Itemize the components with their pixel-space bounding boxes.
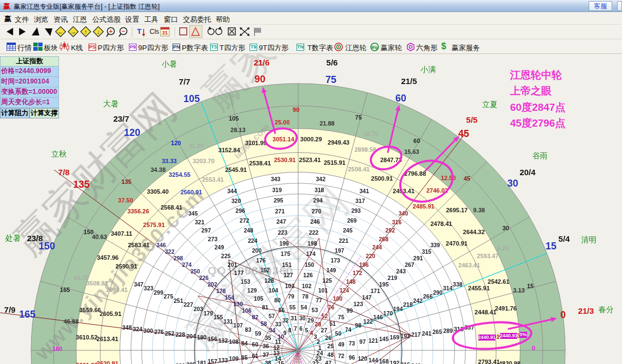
svg-text:25.00: 25.00	[275, 119, 290, 126]
svg-text:179: 179	[204, 310, 214, 317]
svg-text:24: 24	[317, 350, 323, 356]
svg-text:3.13: 3.13	[513, 287, 524, 294]
svg-text:151: 151	[282, 261, 292, 268]
svg-text:2620.91: 2620.91	[97, 360, 119, 364]
svg-text:220: 220	[366, 253, 376, 259]
svg-text:2448.41: 2448.41	[475, 309, 496, 315]
svg-text:6: 6	[299, 325, 303, 332]
svg-text:2695.17: 2695.17	[446, 207, 468, 213]
svg-text:2500.91: 2500.91	[371, 175, 393, 182]
svg-text:2583.41: 2583.41	[128, 242, 150, 248]
svg-text:204: 204	[186, 333, 196, 339]
svg-text:181: 181	[197, 360, 207, 364]
svg-text:205: 205	[186, 361, 196, 364]
svg-text:178: 178	[216, 288, 226, 294]
svg-text:250: 250	[191, 268, 200, 275]
svg-text:202: 202	[208, 281, 217, 288]
svg-text:54: 54	[301, 304, 307, 311]
svg-text:51: 51	[329, 320, 336, 327]
svg-text:2575.91: 2575.91	[143, 222, 165, 228]
svg-text:3508.81: 3508.81	[86, 280, 108, 287]
svg-text:4830.98: 4830.98	[499, 360, 520, 364]
svg-text:146: 146	[374, 314, 383, 320]
svg-text:177: 177	[234, 270, 244, 276]
svg-text:342: 342	[316, 176, 326, 182]
svg-text:82: 82	[252, 314, 258, 320]
svg-text:109: 109	[229, 355, 239, 362]
svg-text:272: 272	[240, 217, 250, 224]
svg-text:33.33: 33.33	[162, 158, 177, 164]
svg-text:18.75: 18.75	[363, 130, 378, 137]
svg-text:26: 26	[325, 335, 331, 341]
svg-text:96: 96	[348, 354, 355, 361]
svg-text:196: 196	[359, 261, 369, 268]
svg-text:218: 218	[403, 301, 413, 308]
svg-text:春分: 春分	[599, 305, 614, 314]
svg-text:173: 173	[330, 257, 340, 264]
svg-text:197: 197	[335, 247, 345, 254]
svg-text:324: 324	[133, 326, 143, 332]
svg-text:290: 290	[433, 289, 443, 296]
svg-text:37.50: 37.50	[118, 197, 133, 204]
svg-text:3559.66: 3559.66	[79, 307, 101, 313]
svg-text:201: 201	[228, 261, 238, 268]
svg-text:4: 4	[310, 330, 313, 336]
svg-text:83: 83	[245, 326, 252, 333]
svg-text:153: 153	[241, 278, 251, 285]
svg-text:清明: 清明	[581, 235, 596, 244]
svg-text:30: 30	[299, 315, 306, 321]
svg-text:105: 105	[254, 295, 264, 302]
svg-text:243: 243	[396, 268, 406, 275]
svg-text:107: 107	[233, 322, 243, 329]
svg-text:立秋: 立秋	[51, 150, 67, 158]
svg-text:↑: ↑	[84, 28, 87, 35]
svg-text:252: 252	[165, 330, 175, 337]
svg-text:58: 58	[260, 320, 267, 327]
svg-text:45: 45	[464, 175, 470, 182]
svg-text:172: 172	[353, 270, 363, 276]
svg-text:2568.41: 2568.41	[161, 204, 182, 211]
svg-text:192: 192	[390, 360, 400, 364]
svg-text:0%: 0%	[519, 332, 526, 337]
svg-text:106: 106	[242, 307, 252, 314]
svg-text:126: 126	[303, 272, 313, 278]
svg-text:322: 322	[165, 248, 175, 255]
svg-text:216: 216	[400, 361, 410, 364]
svg-text:21/5: 21/5	[401, 76, 417, 86]
svg-text:处暑: 处暑	[5, 234, 21, 242]
svg-text:2949.43: 2949.43	[328, 139, 349, 146]
svg-text:72: 72	[338, 353, 345, 359]
svg-text:193: 193	[400, 333, 410, 339]
svg-text:289: 289	[443, 327, 453, 334]
svg-text:275: 275	[164, 293, 174, 300]
svg-text:129: 129	[247, 287, 257, 294]
svg-text:2470.91: 2470.91	[446, 240, 467, 247]
svg-text:60: 60	[413, 138, 420, 144]
svg-text:小暑: 小暑	[162, 59, 177, 68]
svg-text:谷雨: 谷雨	[532, 151, 548, 160]
svg-text:2644.32: 2644.32	[463, 229, 485, 235]
svg-text:247: 247	[276, 218, 286, 225]
svg-text:340: 340	[399, 210, 408, 217]
svg-text:56: 56	[279, 307, 285, 313]
svg-text:296: 296	[235, 207, 245, 214]
svg-text:248: 248	[244, 227, 253, 234]
svg-text:225: 225	[221, 253, 231, 259]
svg-text:341: 341	[359, 188, 369, 194]
svg-text:90: 90	[254, 74, 265, 85]
svg-text:339: 339	[430, 242, 440, 248]
svg-text:52: 52	[322, 313, 328, 319]
svg-text:57: 57	[269, 313, 275, 319]
svg-text:53: 53	[312, 307, 318, 313]
svg-text:100: 100	[333, 295, 343, 302]
svg-text:2463.41: 2463.41	[458, 262, 480, 268]
svg-text:2538.41: 2538.41	[249, 160, 271, 166]
svg-text:132: 132	[218, 337, 228, 344]
svg-text:2485.91: 2485.91	[413, 203, 435, 210]
svg-text:20/4: 20/4	[519, 168, 536, 177]
svg-text:276: 276	[154, 329, 164, 335]
svg-text:0: 0	[560, 309, 566, 320]
svg-text:84: 84	[241, 340, 248, 347]
svg-text:2598.41: 2598.41	[106, 287, 128, 293]
svg-text:49: 49	[338, 341, 345, 348]
